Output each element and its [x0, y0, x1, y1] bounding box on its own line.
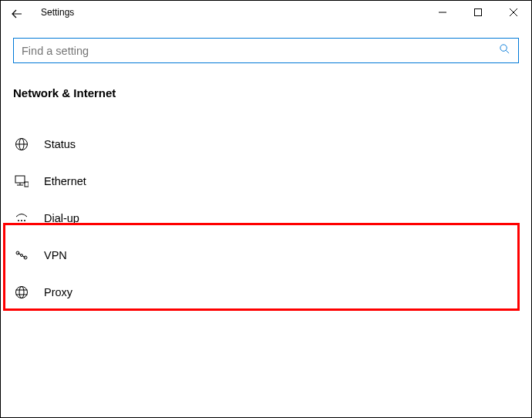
svg-rect-1: [475, 9, 482, 16]
section-header: Network & Internet: [13, 86, 519, 99]
back-button[interactable]: [1, 1, 33, 27]
svg-point-14: [21, 220, 22, 221]
window-title: Settings: [33, 1, 425, 18]
search-box[interactable]: [13, 38, 519, 63]
svg-point-20: [16, 287, 28, 298]
nav-item-proxy[interactable]: Proxy: [13, 274, 519, 311]
nav-label: Ethernet: [44, 175, 86, 187]
nav-label: VPN: [44, 249, 67, 261]
nav-item-dialup[interactable]: Dial-up: [13, 200, 519, 237]
content-area: Network & Internet Status E: [1, 27, 531, 311]
back-arrow-icon: [11, 8, 23, 20]
svg-rect-12: [25, 182, 29, 187]
ethernet-icon: [13, 174, 30, 188]
svg-point-21: [19, 287, 24, 298]
svg-point-15: [24, 220, 25, 221]
svg-point-13: [18, 220, 19, 221]
nav-list: Status Ethernet: [13, 126, 519, 311]
minimize-button[interactable]: [425, 1, 460, 24]
nav-item-vpn[interactable]: VPN: [13, 237, 519, 274]
nav-item-ethernet[interactable]: Ethernet: [13, 163, 519, 200]
proxy-icon: [13, 285, 30, 299]
nav-item-status[interactable]: Status: [13, 126, 519, 163]
window-controls: [425, 1, 531, 24]
vpn-icon: [13, 248, 30, 262]
maximize-button[interactable]: [460, 1, 496, 24]
close-button[interactable]: [496, 1, 531, 24]
maximize-icon: [474, 8, 482, 16]
dialup-icon: [13, 211, 30, 225]
nav-label: Dial-up: [44, 212, 79, 224]
nav-label: Status: [44, 138, 76, 150]
search-input[interactable]: [22, 45, 499, 57]
svg-line-5: [506, 50, 509, 53]
titlebar: Settings: [1, 1, 531, 27]
svg-point-4: [500, 45, 507, 51]
search-icon: [499, 43, 510, 58]
status-icon: [13, 137, 30, 151]
minimize-icon: [439, 8, 446, 16]
svg-point-19: [21, 255, 23, 257]
nav-label: Proxy: [44, 286, 72, 298]
close-icon: [510, 8, 517, 16]
svg-rect-9: [15, 176, 25, 183]
